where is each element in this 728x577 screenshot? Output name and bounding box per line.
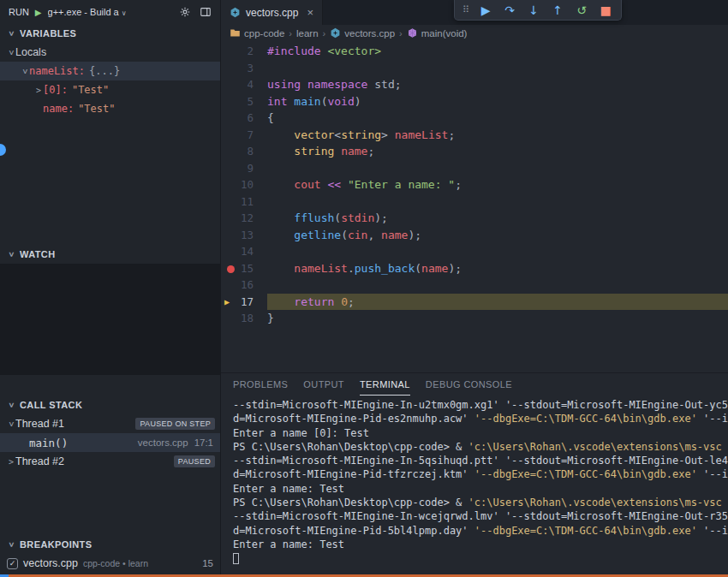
code-content[interactable]: int main(void) xyxy=(267,93,728,110)
code-content[interactable]: nameList.push_back(name); xyxy=(267,260,728,277)
code-content[interactable]: cout << "Enter a name: "; xyxy=(267,176,728,193)
close-icon[interactable]: × xyxy=(307,6,313,19)
code-content[interactable] xyxy=(267,60,728,77)
line-number[interactable]: 7 xyxy=(221,127,267,144)
line-number[interactable]: 6 xyxy=(221,110,267,127)
launch-config-dropdown[interactable]: g++.exe - Build a ∨ xyxy=(48,7,127,17)
variable-row[interactable]: >nameList:{...} xyxy=(0,62,220,80)
code-content[interactable]: using namespace std; xyxy=(267,76,728,93)
terminal-line: d=Microsoft-MIEngine-Pid-es2nmuhp.acw' '… xyxy=(233,412,728,425)
line-number[interactable]: 17▶ xyxy=(221,294,267,311)
line-number[interactable]: 16 xyxy=(221,277,267,294)
call-stack-row[interactable]: >Thread #2PAUSED xyxy=(0,452,220,471)
breakpoint-icon[interactable] xyxy=(227,265,235,273)
breakpoints-header[interactable]: > BREAKPOINTS xyxy=(0,535,220,554)
chevron-down-icon: > xyxy=(21,67,30,75)
code-line[interactable]: 5int main(void) xyxy=(221,93,728,110)
code-content[interactable]: return 0; xyxy=(267,294,728,311)
panel-tab-terminal[interactable]: TERMINAL xyxy=(360,373,410,396)
watch-empty-area[interactable] xyxy=(0,264,220,375)
breadcrumb-item[interactable]: learn xyxy=(296,28,319,39)
debug-toolbar: ⠿▶↷↓↑↺■ xyxy=(454,0,622,21)
code-content[interactable]: getline(cin, name); xyxy=(267,227,728,244)
code-line[interactable]: 3 xyxy=(221,60,728,77)
line-number[interactable]: 12 xyxy=(221,210,267,227)
code-line[interactable]: 18} xyxy=(221,310,728,327)
line-number[interactable]: 4 xyxy=(221,76,267,93)
line-number[interactable]: 15 xyxy=(221,260,267,277)
code-content[interactable]: fflush(stdin); xyxy=(267,210,728,227)
variables-header[interactable]: > VARIABLES xyxy=(0,24,220,43)
breadcrumb-item[interactable]: vectors.cpp xyxy=(330,27,395,39)
variable-row[interactable]: >Locals xyxy=(0,43,220,62)
call-stack-row[interactable]: >Thread #1PAUSED ON STEP xyxy=(0,414,220,433)
code-line[interactable]: 13 getline(cin, name); xyxy=(221,227,728,244)
panel-tab-debug-console[interactable]: DEBUG CONSOLE xyxy=(426,373,512,396)
code-line[interactable]: 9 xyxy=(221,160,728,177)
watch-header[interactable]: > WATCH xyxy=(0,245,220,264)
line-number[interactable]: 3 xyxy=(221,60,267,77)
line-number[interactable]: 14 xyxy=(221,243,267,260)
continue-button[interactable]: ▶ xyxy=(474,1,498,20)
code-line[interactable]: 4using namespace std; xyxy=(221,76,728,93)
code-line[interactable]: 10 cout << "Enter a name: "; xyxy=(221,176,728,193)
drag-handle-button[interactable]: ⠿ xyxy=(458,1,474,20)
line-number[interactable]: 11 xyxy=(221,193,267,211)
code-line[interactable]: 17▶ return 0; xyxy=(221,294,728,311)
tab-vectors.cpp[interactable]: vectors.cpp× xyxy=(221,0,323,25)
open-panel-icon[interactable] xyxy=(200,6,212,18)
breakpoint-checkbox[interactable]: ✓ xyxy=(7,558,18,569)
breadcrumb-item[interactable]: main(void) xyxy=(407,27,468,39)
stop-button[interactable]: ■ xyxy=(594,1,618,20)
line-number[interactable]: 13 xyxy=(221,227,267,244)
code-token xyxy=(341,178,348,191)
line-number[interactable]: 9 xyxy=(221,160,267,177)
code-line[interactable]: 15 nameList.push_back(name); xyxy=(221,260,728,277)
breakpoint-row[interactable]: ✓vectors.cppcpp-code • learn15 xyxy=(0,554,220,573)
code-token: void xyxy=(327,95,354,108)
step-over-button[interactable]: ↷ xyxy=(498,1,522,20)
chevron-right-icon: > xyxy=(34,86,43,95)
variable-row[interactable]: name:"Test" xyxy=(0,99,220,118)
restart-button[interactable]: ↺ xyxy=(570,1,594,20)
current-line-arrow-icon: ▶ xyxy=(224,294,230,311)
panel-tab-output[interactable]: OUTPUT xyxy=(303,373,344,396)
code-line[interactable]: 7 vector<string> nameList; xyxy=(221,127,728,144)
code-line[interactable]: 6{ xyxy=(221,110,728,127)
code-line[interactable]: 2#include <vector> xyxy=(221,43,728,60)
step-out-button[interactable]: ↑ xyxy=(546,1,570,20)
variable-row[interactable]: >[0]:"Test" xyxy=(0,80,220,99)
code-line[interactable]: 11 xyxy=(221,193,728,211)
code-line[interactable]: 14 xyxy=(221,243,728,260)
code-line[interactable]: 8 string name; xyxy=(221,143,728,160)
breadcrumb-item[interactable]: cpp-code xyxy=(230,27,284,39)
code-line[interactable]: 12 fflush(stdin); xyxy=(221,210,728,227)
code-line[interactable]: 16 xyxy=(221,277,728,294)
code-editor[interactable]: 2#include <vector>34using namespace std;… xyxy=(221,41,728,372)
line-number[interactable]: 10 xyxy=(221,176,267,193)
stack-frame-label: main() xyxy=(29,437,68,449)
code-content[interactable] xyxy=(267,277,728,294)
panel-tab-problems[interactable]: PROBLEMS xyxy=(233,373,288,396)
code-content[interactable] xyxy=(267,243,728,260)
code-content[interactable]: #include <vector> xyxy=(267,43,728,60)
code-content[interactable]: } xyxy=(267,310,728,327)
gear-icon[interactable] xyxy=(179,6,191,18)
line-number[interactable]: 2 xyxy=(221,43,267,60)
line-number[interactable]: 5 xyxy=(221,93,267,110)
start-debug-icon[interactable]: ▶ xyxy=(35,8,42,17)
line-number[interactable]: 8 xyxy=(221,143,267,160)
code-token: main xyxy=(294,95,320,108)
code-content[interactable] xyxy=(267,160,728,177)
terminal-cursor[interactable] xyxy=(233,553,239,564)
code-content[interactable] xyxy=(267,193,728,211)
code-content[interactable]: string name; xyxy=(267,143,728,160)
call-stack-header[interactable]: > CALL STACK xyxy=(0,396,220,414)
step-into-button[interactable]: ↓ xyxy=(522,1,546,20)
code-content[interactable]: vector<string> nameList; xyxy=(267,127,728,144)
terminal-output[interactable]: --stdin=Microsoft-MIEngine-In-u2tmx0gm.x… xyxy=(221,396,728,574)
line-number[interactable]: 18 xyxy=(221,310,267,327)
call-stack-row[interactable]: main()vectors.cpp17:1 xyxy=(0,433,220,452)
code-content[interactable]: { xyxy=(267,110,728,127)
code-token: name xyxy=(381,229,408,241)
